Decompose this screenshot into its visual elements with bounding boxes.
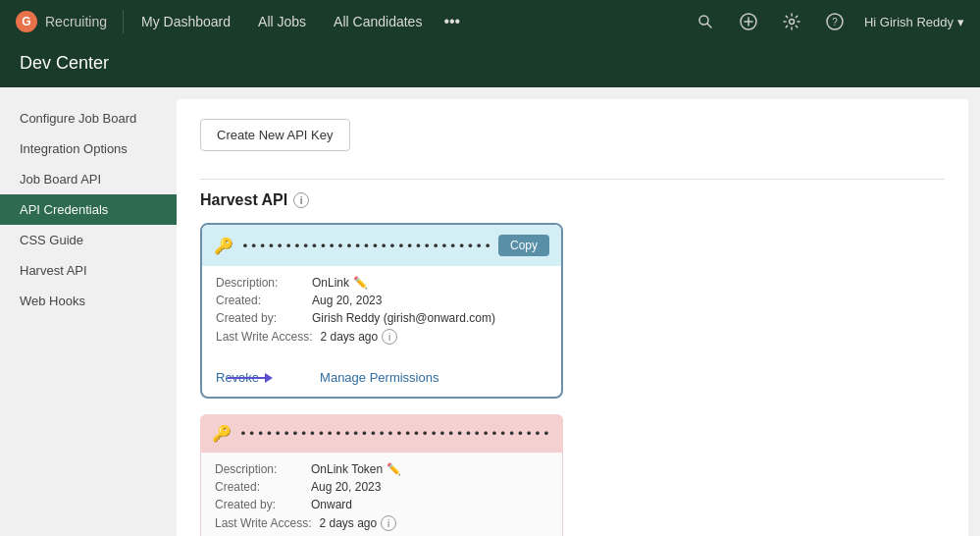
manage-permissions-container: Manage Permissions — [275, 370, 438, 385]
api-card-header-revoked: 🔑 •••••••••••••••••••••••••••••••••••• — [200, 414, 563, 453]
revoked-description-edit-icon[interactable]: ✏️ — [387, 462, 401, 476]
nav-item-jobs[interactable]: All Jobs — [244, 0, 320, 43]
nav-divider — [123, 10, 124, 33]
sidebar-item-web-hooks[interactable]: Web Hooks — [0, 286, 177, 316]
revoked-created-by-value: Onward — [311, 498, 352, 511]
user-label: Hi Girish Reddy — [864, 15, 954, 29]
nav-right-section: ? Hi Girish Reddy ▾ — [692, 8, 964, 35]
api-card-header-active: 🔑 •••••••••••••••••••••••••••••••••••• C… — [202, 225, 561, 266]
revoked-created-row: Created: Aug 20, 2023 — [215, 480, 548, 494]
greenhouse-logo-icon: G — [16, 11, 37, 32]
sidebar-item-harvest-api[interactable]: Harvest API — [0, 255, 177, 286]
last-write-text: 2 days ago — [320, 330, 378, 344]
arrow-annotation — [228, 373, 273, 383]
search-icon[interactable] — [692, 8, 719, 35]
revoked-created-by-label: Created by: — [215, 498, 303, 511]
description-text: OnLink — [312, 276, 349, 290]
api-key-mask-active: •••••••••••••••••••••••••••••••••••• — [241, 239, 490, 253]
nav-item-candidates[interactable]: All Candidates — [320, 0, 436, 43]
created-label: Created: — [216, 294, 304, 307]
api-card-body-revoked: Description: OnLink Token ✏️ Created: Au… — [200, 453, 563, 536]
page-title: Dev Center — [20, 53, 109, 73]
revoked-description-value: OnLink Token ✏️ — [311, 462, 401, 476]
api-key-mask-revoked: •••••••••••••••••••••••••••••••••••• — [239, 426, 551, 441]
top-nav: G Recruiting My Dashboard All Jobs All C… — [0, 0, 980, 43]
help-icon[interactable]: ? — [821, 8, 849, 35]
description-label: Description: — [216, 276, 304, 290]
revoked-created-by-row: Created by: Onward — [215, 498, 548, 511]
created-value: Aug 20, 2023 — [312, 294, 382, 307]
revoked-last-write-value: 2 days ago i — [319, 515, 396, 531]
created-row: Created: Aug 20, 2023 — [216, 294, 547, 307]
last-write-value: 2 days ago i — [320, 329, 397, 345]
last-write-label: Last Write Access: — [216, 330, 312, 344]
user-chevron-icon: ▾ — [957, 15, 964, 29]
api-key-card-revoked: 🔑 •••••••••••••••••••••••••••••••••••• D… — [200, 414, 563, 536]
revoked-description-label: Description: — [215, 462, 303, 476]
api-key-card-active: 🔑 •••••••••••••••••••••••••••••••••••• C… — [200, 223, 563, 399]
created-by-label: Created by: — [216, 311, 304, 325]
key-icon-revoked: 🔑 — [212, 424, 232, 443]
revoked-last-write-label: Last Write Access: — [215, 516, 311, 530]
copy-key-button[interactable]: Copy — [498, 235, 549, 256]
page-title-bar: Dev Center — [0, 43, 980, 87]
revoked-last-write-info-icon[interactable]: i — [381, 515, 396, 531]
revoked-created-label: Created: — [215, 480, 303, 494]
arrow-line — [228, 377, 265, 379]
sidebar-item-job-board-api[interactable]: Job Board API — [0, 164, 177, 194]
harvest-api-info-icon[interactable]: i — [293, 192, 309, 208]
section-divider — [200, 179, 945, 180]
create-api-key-button[interactable]: Create New API Key — [200, 119, 350, 151]
nav-brand-label: Recruiting — [45, 14, 107, 29]
last-write-row: Last Write Access: 2 days ago i — [216, 329, 547, 345]
add-icon[interactable] — [735, 8, 762, 35]
nav-logo: G Recruiting — [16, 11, 107, 32]
svg-point-5 — [789, 20, 794, 25]
sidebar-item-integration-options[interactable]: Integration Options — [0, 134, 177, 164]
main-layout: Configure Job Board Integration Options … — [0, 87, 980, 536]
section-title: Harvest API i — [200, 191, 945, 209]
revoked-created-value: Aug 20, 2023 — [311, 480, 381, 494]
svg-line-1 — [707, 24, 711, 27]
main-content: Create New API Key Harvest API i 🔑 •••••… — [177, 99, 968, 536]
nav-item-dashboard[interactable]: My Dashboard — [128, 0, 244, 43]
last-write-info-icon[interactable]: i — [382, 329, 397, 345]
revoked-description-text: OnLink Token — [311, 462, 383, 476]
created-by-value: Girish Reddy (girish@onward.com) — [312, 311, 495, 325]
nav-more-button[interactable]: ••• — [436, 13, 468, 30]
manage-permissions-link[interactable]: Manage Permissions — [320, 370, 438, 385]
key-icon-active: 🔑 — [214, 237, 233, 255]
user-menu[interactable]: Hi Girish Reddy ▾ — [864, 15, 964, 29]
arrow-head-icon — [265, 373, 273, 383]
settings-icon[interactable] — [778, 8, 805, 35]
description-row: Description: OnLink ✏️ — [216, 276, 547, 290]
revoked-last-write-text: 2 days ago — [319, 516, 377, 530]
description-value: OnLink ✏️ — [312, 276, 368, 290]
api-card-body-active: Description: OnLink ✏️ Created: Aug 20, … — [202, 266, 561, 362]
revoked-description-row: Description: OnLink Token ✏️ — [215, 462, 548, 476]
sidebar: Configure Job Board Integration Options … — [0, 87, 177, 536]
created-by-row: Created by: Girish Reddy (girish@onward.… — [216, 311, 547, 325]
sidebar-item-configure-job-board[interactable]: Configure Job Board — [0, 103, 177, 134]
sidebar-item-api-credentials[interactable]: API Credentials — [0, 194, 177, 225]
sidebar-item-css-guide[interactable]: CSS Guide — [0, 225, 177, 255]
revoked-last-write-row: Last Write Access: 2 days ago i — [215, 515, 548, 531]
harvest-api-label: Harvest API — [200, 191, 287, 209]
description-edit-icon[interactable]: ✏️ — [353, 276, 368, 290]
api-card-actions: Revoke Manage Permissions — [202, 362, 561, 397]
svg-text:?: ? — [832, 17, 838, 27]
